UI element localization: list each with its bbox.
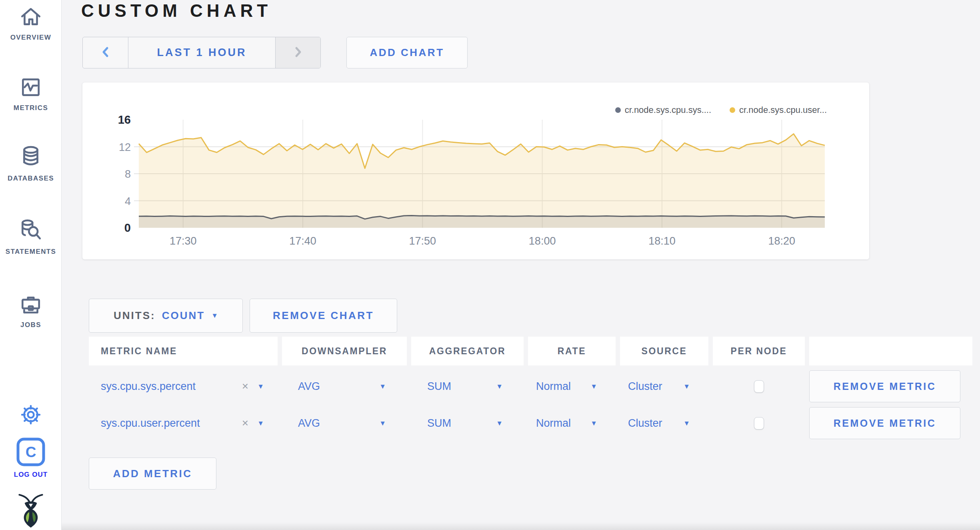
chevron-left-icon bbox=[100, 46, 111, 60]
clear-metric-icon[interactable]: × bbox=[242, 417, 248, 430]
downsampler-dropdown[interactable]: AVG ▼ bbox=[282, 370, 407, 402]
chart-card: 17:3017:4017:5018:0018:1018:200481216 cr… bbox=[82, 82, 869, 259]
header-aggregator: AGGREGATOR bbox=[411, 337, 524, 365]
aggregator-value: SUM bbox=[427, 380, 451, 393]
chevron-down-icon: ▼ bbox=[379, 383, 386, 390]
remove-metric-button[interactable]: REMOVE METRIC bbox=[809, 407, 960, 439]
svg-text:C: C bbox=[26, 444, 36, 460]
chevron-down-icon: ▼ bbox=[683, 383, 690, 390]
units-value: COUNT bbox=[162, 309, 205, 322]
chevron-down-icon: ▼ bbox=[496, 420, 503, 427]
home-icon bbox=[19, 5, 42, 29]
svg-text:0: 0 bbox=[124, 221, 131, 234]
aggregator-dropdown[interactable]: SUM ▼ bbox=[411, 370, 524, 402]
time-range-prev-button[interactable] bbox=[83, 37, 128, 68]
clear-metric-icon[interactable]: × bbox=[242, 380, 248, 393]
aggregator-dropdown[interactable]: SUM ▼ bbox=[411, 407, 524, 439]
legend-label-user: cr.node.sys.cpu.user... bbox=[739, 105, 827, 115]
time-range-next-button[interactable] bbox=[275, 37, 320, 68]
chevron-down-icon: ▼ bbox=[590, 383, 597, 390]
sidebar: OVERVIEW METRICS DATABASE bbox=[0, 0, 62, 530]
cockroachdb-logo-icon bbox=[15, 493, 46, 528]
sidebar-item-databases[interactable]: DATABASES bbox=[0, 144, 62, 183]
svg-text:16: 16 bbox=[118, 113, 131, 126]
downsampler-value: AVG bbox=[298, 380, 320, 393]
downsampler-dropdown[interactable]: AVG ▼ bbox=[282, 407, 407, 439]
metrics-table-header: METRIC NAME DOWNSAMPLER AGGREGATOR RATE … bbox=[89, 337, 972, 365]
custom-chart-page: OVERVIEW METRICS DATABASE bbox=[0, 0, 980, 530]
metric-name[interactable]: sys.cpu.sys.percent bbox=[101, 380, 196, 393]
svg-text:18:20: 18:20 bbox=[768, 235, 795, 247]
time-range-selector: LAST 1 HOUR bbox=[82, 37, 321, 68]
database-icon bbox=[19, 144, 42, 170]
source-value: Cluster bbox=[628, 380, 662, 393]
remove-chart-button[interactable]: REMOVE CHART bbox=[250, 299, 397, 333]
per-node-checkbox[interactable] bbox=[754, 417, 764, 430]
rate-value: Normal bbox=[536, 417, 571, 430]
gear-icon bbox=[20, 404, 42, 426]
svg-text:17:40: 17:40 bbox=[289, 235, 316, 247]
rate-value: Normal bbox=[536, 380, 571, 393]
units-label: UNITS: bbox=[114, 309, 156, 322]
sidebar-item-overview[interactable]: OVERVIEW bbox=[0, 5, 62, 42]
rate-dropdown[interactable]: Normal ▼ bbox=[528, 407, 616, 439]
metrics-icon bbox=[19, 75, 42, 99]
time-range-dropdown[interactable]: LAST 1 HOUR bbox=[128, 37, 275, 68]
table-row: sys.cpu.user.percent × ▼ AVG ▼ SUM ▼ Nor… bbox=[89, 407, 972, 439]
sidebar-logout[interactable]: C LOG OUT bbox=[0, 437, 62, 479]
sidebar-label-statements: STATEMENTS bbox=[6, 248, 56, 256]
source-dropdown[interactable]: Cluster ▼ bbox=[620, 407, 708, 439]
svg-text:18:00: 18:00 bbox=[529, 235, 556, 247]
chevron-down-icon[interactable]: ▼ bbox=[257, 420, 264, 427]
sidebar-label-overview: OVERVIEW bbox=[10, 34, 52, 42]
sidebar-brand bbox=[0, 493, 62, 528]
source-dropdown[interactable]: Cluster ▼ bbox=[620, 370, 708, 402]
sidebar-label-metrics: METRICS bbox=[14, 104, 48, 112]
statements-icon bbox=[19, 218, 42, 243]
sidebar-label-databases: DATABASES bbox=[8, 175, 54, 183]
per-node-checkbox[interactable] bbox=[754, 380, 764, 393]
header-downsampler: DOWNSAMPLER bbox=[282, 337, 407, 365]
svg-text:17:50: 17:50 bbox=[409, 235, 436, 247]
chevron-down-icon: ▼ bbox=[590, 420, 597, 427]
header-rate: RATE bbox=[528, 337, 616, 365]
table-row: sys.cpu.sys.percent × ▼ AVG ▼ SUM ▼ Norm… bbox=[89, 370, 972, 402]
legend-dot-user bbox=[730, 107, 735, 113]
metric-name[interactable]: sys.cpu.user.percent bbox=[101, 417, 200, 430]
time-range-label: LAST 1 HOUR bbox=[157, 46, 246, 59]
chart-legend: cr.node.sys.cpu.sys.... cr.node.sys.cpu.… bbox=[615, 105, 827, 115]
chevron-down-icon: ▼ bbox=[683, 420, 690, 427]
header-metric-name: METRIC NAME bbox=[89, 337, 278, 365]
aggregator-value: SUM bbox=[427, 417, 451, 430]
add-metric-button[interactable]: ADD METRIC bbox=[89, 458, 216, 490]
jobs-icon bbox=[19, 292, 42, 316]
legend-label-sys: cr.node.sys.cpu.sys.... bbox=[625, 105, 711, 115]
header-per-node: PER NODE bbox=[713, 337, 805, 365]
header-actions bbox=[809, 337, 972, 365]
sidebar-label-jobs: JOBS bbox=[20, 321, 41, 329]
downsampler-value: AVG bbox=[298, 417, 320, 430]
svg-text:8: 8 bbox=[125, 168, 131, 180]
svg-text:12: 12 bbox=[119, 141, 131, 153]
rate-dropdown[interactable]: Normal ▼ bbox=[528, 370, 616, 402]
legend-dot-sys bbox=[615, 107, 621, 113]
add-chart-button[interactable]: ADD CHART bbox=[346, 37, 468, 68]
page-title: CUSTOM CHART bbox=[81, 1, 272, 21]
chevron-down-icon: ▼ bbox=[379, 420, 386, 427]
remove-metric-button[interactable]: REMOVE METRIC bbox=[809, 370, 960, 402]
sidebar-settings[interactable] bbox=[0, 404, 62, 426]
sidebar-item-metrics[interactable]: METRICS bbox=[0, 75, 62, 112]
login-user-icon: C bbox=[16, 437, 46, 467]
legend-item-sys[interactable]: cr.node.sys.cpu.sys.... bbox=[615, 105, 711, 115]
chevron-right-icon bbox=[293, 46, 303, 60]
svg-text:4: 4 bbox=[125, 195, 131, 207]
legend-item-user[interactable]: cr.node.sys.cpu.user... bbox=[730, 105, 827, 115]
units-dropdown[interactable]: UNITS: COUNT ▼ bbox=[89, 299, 243, 333]
source-value: Cluster bbox=[628, 417, 662, 430]
logout-label[interactable]: LOG OUT bbox=[14, 471, 48, 479]
sidebar-item-jobs[interactable]: JOBS bbox=[0, 292, 62, 329]
chevron-down-icon[interactable]: ▼ bbox=[257, 383, 264, 390]
sidebar-item-statements[interactable]: STATEMENTS bbox=[0, 218, 62, 256]
svg-text:17:30: 17:30 bbox=[170, 235, 197, 247]
main-content: CUSTOM CHART LAST 1 HOUR ADD CHART 17:30… bbox=[62, 0, 980, 530]
